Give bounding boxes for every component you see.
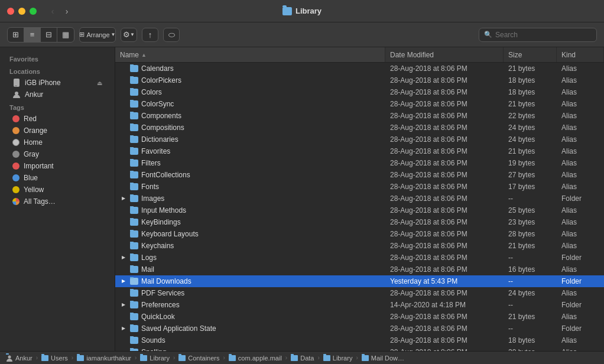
table-row[interactable]: Components 28-Aug-2018 at 8:06 PM 22 byt… <box>115 110 604 122</box>
view-grid-button[interactable] <box>8 28 24 42</box>
table-row[interactable]: FontCollections 28-Aug-2018 at 8:06 PM 2… <box>115 169 604 181</box>
file-size: 21 bytes <box>504 64 557 73</box>
table-row[interactable]: ColorPickers 28-Aug-2018 at 8:06 PM 18 b… <box>115 74 604 86</box>
table-row[interactable]: ▶ Logs 28-Aug-2018 at 8:06 PM -- Folder <box>115 252 604 264</box>
table-row[interactable]: Calendars 28-Aug-2018 at 8:06 PM 21 byte… <box>115 63 604 74</box>
file-name-cell: ColorSync <box>115 100 385 108</box>
breadcrumb-separator: › <box>223 355 225 361</box>
eject-icon[interactable]: ⏏ <box>97 80 102 86</box>
table-row[interactable]: Input Methods 28-Aug-2018 at 8:06 PM 25 … <box>115 204 604 216</box>
file-name-label: KeyBindings <box>141 218 181 226</box>
col-header-date[interactable]: Date Modified <box>385 47 504 62</box>
table-row[interactable]: Sounds 28-Aug-2018 at 8:06 PM 18 bytes A… <box>115 334 604 346</box>
table-row[interactable]: ▶ Images 28-Aug-2018 at 8:06 PM -- Folde… <box>115 193 604 204</box>
locations-title: Locations <box>0 64 115 77</box>
breadcrumb-item[interactable]: Users <box>41 355 68 362</box>
file-name-cell: Compositions <box>115 124 385 132</box>
breadcrumb-item[interactable]: Library <box>140 355 170 362</box>
table-row[interactable]: ▶ Preferences 14-Apr-2020 at 4:18 PM -- … <box>115 299 604 311</box>
breadcrumb-item[interactable]: Ankur <box>6 355 33 362</box>
sidebar-item-blue[interactable]: Blue <box>3 172 112 184</box>
file-kind: Alias <box>557 218 604 226</box>
close-button[interactable] <box>7 8 14 15</box>
arrange-button[interactable]: ⊞ Arrange ▼ <box>80 28 115 42</box>
tag-button[interactable] <box>163 28 180 42</box>
col-header-kind[interactable]: Kind <box>557 47 604 62</box>
sidebar-item-gray[interactable]: Gray <box>3 148 112 160</box>
file-name-label: Sounds <box>141 336 165 344</box>
view-gallery-button[interactable] <box>57 28 74 42</box>
file-icon <box>130 136 138 143</box>
breadcrumb-item[interactable]: Library <box>323 355 353 362</box>
file-name-cell: Calendars <box>115 64 385 73</box>
table-row[interactable]: QuickLook 28-Aug-2018 at 8:06 PM 21 byte… <box>115 311 604 323</box>
table-row[interactable]: PDF Services 28-Aug-2018 at 8:06 PM 24 b… <box>115 287 604 299</box>
file-kind: Folder <box>557 301 604 309</box>
table-row[interactable]: Fonts 28-Aug-2018 at 8:06 PM 17 bytes Al… <box>115 181 604 193</box>
forward-button[interactable]: › <box>60 5 73 18</box>
sidebar-label-yellow: Yellow <box>24 186 44 194</box>
tag-dot-gray <box>12 151 20 158</box>
table-row[interactable]: ColorSync 28-Aug-2018 at 8:06 PM 21 byte… <box>115 98 604 110</box>
file-icon <box>130 349 138 352</box>
sidebar-item-iphone[interactable]: iGB iPhone ⏏ <box>3 77 112 89</box>
sidebar-item-home[interactable]: Home <box>3 136 112 148</box>
table-row[interactable]: Keyboard Layouts 28-Aug-2018 at 8:06 PM … <box>115 228 604 240</box>
breadcrumb-item[interactable]: Data <box>291 355 314 362</box>
file-date: Yesterday at 5:43 PM <box>385 277 504 285</box>
file-list: Calendars 28-Aug-2018 at 8:06 PM 21 byte… <box>115 63 604 351</box>
file-date: 28-Aug-2018 at 8:06 PM <box>385 135 504 144</box>
sidebar-item-orange[interactable]: Orange <box>3 125 112 136</box>
expand-arrow[interactable]: ▶ <box>120 196 127 201</box>
back-button[interactable]: ‹ <box>46 5 59 18</box>
expand-arrow[interactable]: ▶ <box>120 302 127 307</box>
file-date: 28-Aug-2018 at 8:06 PM <box>385 265 504 274</box>
table-row[interactable]: Keychains 28-Aug-2018 at 8:06 PM 21 byte… <box>115 240 604 252</box>
table-row[interactable]: Spelling 28-Aug-2018 at 8:06 PM 20 bytes… <box>115 346 604 351</box>
breadcrumb-separator: › <box>173 355 175 361</box>
sidebar-item-all-tags[interactable]: All Tags… <box>3 196 112 207</box>
sort-arrow: ▲ <box>141 52 147 58</box>
breadcrumb-item[interactable]: Containers <box>178 355 219 362</box>
action-button[interactable]: ⚙▼ <box>121 28 137 42</box>
breadcrumb-item[interactable]: Mail Dow… <box>362 355 404 362</box>
status-bar: Ankur›Users›iamankurthakur›Library›Conta… <box>0 351 604 364</box>
breadcrumb-item[interactable]: iamankurthakur <box>77 355 131 362</box>
table-row[interactable]: Filters 28-Aug-2018 at 8:06 PM 19 bytes … <box>115 157 604 169</box>
view-list-button[interactable] <box>24 28 41 42</box>
expand-arrow[interactable]: ▶ <box>120 278 127 284</box>
sidebar-item-yellow[interactable]: Yellow <box>3 184 112 196</box>
sidebar-item-important[interactable]: Important <box>3 160 112 172</box>
sidebar-item-ankur[interactable]: Ankur <box>3 89 112 100</box>
minimize-button[interactable] <box>18 8 25 15</box>
table-row[interactable]: ▶ Mail Downloads Yesterday at 5:43 PM --… <box>115 275 604 287</box>
ankur-icon <box>12 90 21 99</box>
search-input[interactable] <box>495 31 592 39</box>
share-button[interactable] <box>142 28 158 42</box>
col-header-size[interactable]: Size <box>504 47 557 62</box>
file-name-label: ColorSync <box>141 100 174 108</box>
maximize-button[interactable] <box>30 8 37 15</box>
table-row[interactable]: KeyBindings 28-Aug-2018 at 8:06 PM 23 by… <box>115 216 604 228</box>
file-name-label: Saved Application State <box>141 324 216 333</box>
file-name-cell: PDF Services <box>115 289 385 297</box>
table-row[interactable]: Mail 28-Aug-2018 at 8:06 PM 16 bytes Ali… <box>115 264 604 275</box>
file-date: 28-Aug-2018 at 8:06 PM <box>385 289 504 297</box>
view-column-button[interactable] <box>41 28 57 42</box>
table-row[interactable]: Compositions 28-Aug-2018 at 8:06 PM 24 b… <box>115 122 604 134</box>
expand-arrow[interactable]: ▶ <box>120 255 127 260</box>
file-icon <box>130 195 138 202</box>
table-row[interactable]: Dictionaries 28-Aug-2018 at 8:06 PM 24 b… <box>115 134 604 145</box>
file-icon <box>130 337 138 344</box>
expand-arrow[interactable]: ▶ <box>120 326 127 331</box>
col-header-name[interactable]: Name ▲ <box>115 47 385 62</box>
breadcrumb-item[interactable]: com.apple.mail <box>229 355 282 362</box>
view-mode-group <box>7 27 74 43</box>
table-row[interactable]: Colors 28-Aug-2018 at 8:06 PM 18 bytes A… <box>115 86 604 98</box>
file-name-label: Filters <box>141 159 161 167</box>
table-row[interactable]: Favorites 28-Aug-2018 at 8:06 PM 21 byte… <box>115 145 604 157</box>
file-name-cell: Colors <box>115 88 385 96</box>
file-area: Name ▲ Date Modified Size Kind Calendars… <box>115 47 604 351</box>
sidebar-item-red[interactable]: Red <box>3 113 112 125</box>
table-row[interactable]: ▶ Saved Application State 28-Aug-2018 at… <box>115 323 604 334</box>
